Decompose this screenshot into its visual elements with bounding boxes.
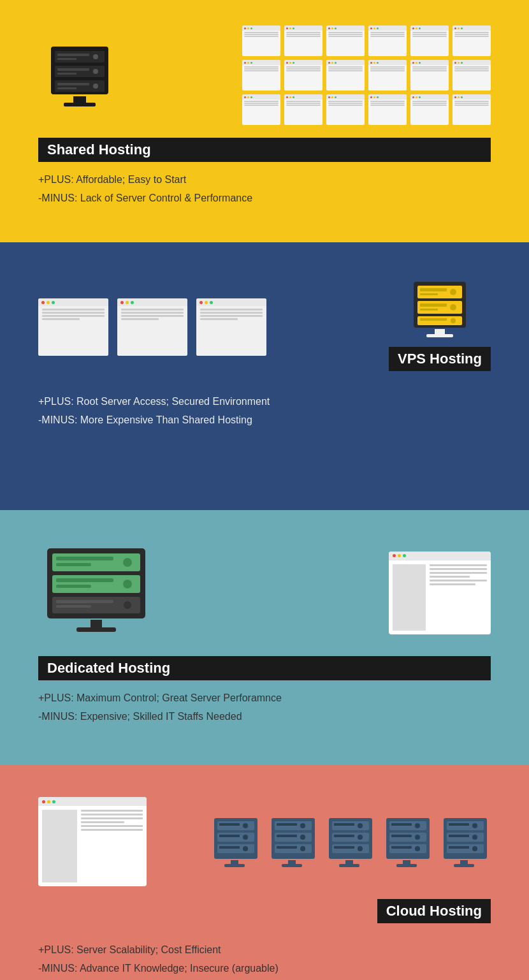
svg-rect-55	[219, 846, 240, 849]
svg-rect-16	[426, 334, 453, 337]
shared-server-icon	[38, 34, 121, 117]
dedicated-minus-text: -MINUS: Expensive; Skilled IT Staffs Nee…	[38, 708, 491, 726]
svg-point-96	[472, 823, 477, 828]
svg-rect-29	[91, 620, 102, 629]
vps-browser-group	[38, 298, 266, 356]
browser-window	[368, 94, 407, 125]
browser-window	[410, 60, 449, 91]
vps-server-icon: VPS Hosting	[389, 274, 491, 380]
dedicated-browser-window	[389, 552, 491, 634]
svg-point-33	[123, 558, 132, 567]
vps-plus-text: +PLUS: Root Server Access; Secured Envir…	[38, 393, 491, 411]
svg-point-4	[93, 54, 98, 59]
svg-point-19	[450, 289, 456, 295]
cloud-browser-window	[38, 797, 147, 886]
svg-rect-25	[420, 309, 438, 311]
svg-rect-73	[334, 823, 354, 826]
cloud-server-icon	[382, 813, 433, 870]
svg-rect-21	[420, 293, 438, 295]
svg-rect-30	[76, 627, 116, 632]
svg-point-99	[472, 835, 477, 840]
browser-window	[284, 94, 322, 125]
svg-point-8	[93, 69, 98, 74]
svg-rect-76	[334, 835, 354, 837]
vps-hosting-label: VPS Hosting	[389, 347, 491, 371]
svg-point-84	[415, 823, 420, 828]
svg-rect-49	[219, 823, 240, 826]
svg-point-90	[415, 846, 420, 851]
browser-window	[326, 26, 365, 56]
browser-window	[242, 94, 280, 125]
svg-rect-6	[57, 58, 76, 60]
svg-point-37	[123, 580, 132, 589]
svg-rect-14	[57, 87, 76, 89]
vps-hosting-section: VPS Hosting +PLUS: Root Server Access; S…	[0, 242, 529, 510]
svg-rect-79	[334, 846, 354, 849]
svg-rect-1	[64, 103, 96, 106]
svg-point-60	[300, 823, 305, 828]
browser-window	[453, 60, 491, 91]
browser-window	[326, 60, 365, 91]
browser-window	[242, 60, 280, 91]
svg-point-51	[243, 835, 248, 840]
cloud-server-icon	[210, 813, 261, 870]
svg-rect-42	[56, 600, 113, 603]
browser-window-large	[196, 298, 266, 356]
svg-point-23	[450, 304, 456, 311]
shared-minus-text: -MINUS: Lack of Server Control & Perform…	[38, 189, 491, 208]
dedicated-plus-text: +PLUS: Maximum Control; Great Server Per…	[38, 689, 491, 708]
dedicated-hosting-label: Dedicated Hosting	[38, 656, 491, 680]
svg-rect-64	[277, 835, 297, 837]
svg-rect-24	[420, 304, 447, 307]
svg-rect-91	[391, 846, 412, 849]
cloud-hosting-section: Cloud Hosting +PLUS: Server Scalability;…	[0, 765, 529, 980]
cloud-server-icon	[440, 813, 491, 870]
svg-rect-45	[224, 864, 245, 867]
svg-rect-67	[277, 846, 297, 849]
svg-rect-61	[277, 823, 297, 826]
cloud-minus-text: -MINUS: Advance IT Knowledge; Insecure (…	[38, 960, 491, 978]
svg-rect-100	[449, 835, 469, 837]
browser-window	[326, 94, 365, 125]
browser-window	[410, 26, 449, 56]
browser-window-large	[117, 298, 187, 356]
svg-rect-69	[339, 864, 359, 867]
svg-point-41	[124, 601, 131, 609]
svg-rect-38	[56, 578, 113, 582]
shared-hosting-section: Shared Hosting +PLUS: Affordable; Easy t…	[0, 0, 529, 242]
cloud-server-icon	[325, 813, 376, 870]
cloud-plus-text: +PLUS: Server Scalability; Cost Efficien…	[38, 941, 491, 960]
shared-hosting-label: Shared Hosting	[38, 138, 491, 162]
svg-rect-52	[219, 835, 240, 837]
shared-plus-text: +PLUS: Affordable; Easy to Start	[38, 171, 491, 189]
svg-rect-57	[282, 864, 302, 867]
shared-content-row	[38, 26, 491, 125]
vps-content-row: VPS Hosting	[38, 274, 491, 380]
svg-rect-97	[449, 823, 469, 826]
svg-point-102	[472, 846, 477, 851]
svg-point-72	[358, 823, 363, 828]
svg-rect-5	[57, 54, 89, 56]
svg-rect-93	[454, 864, 474, 867]
cloud-content-row	[38, 797, 491, 886]
svg-rect-81	[396, 864, 417, 867]
svg-rect-39	[56, 585, 91, 588]
svg-rect-85	[391, 823, 412, 826]
browser-window	[368, 60, 407, 91]
browser-window-large	[38, 298, 108, 356]
dedicated-hosting-section: Dedicated Hosting +PLUS: Maximum Control…	[0, 510, 529, 765]
svg-rect-10	[57, 73, 76, 75]
svg-point-12	[93, 84, 98, 89]
cloud-hosting-label: Cloud Hosting	[377, 899, 491, 923]
svg-rect-20	[420, 288, 447, 291]
svg-rect-34	[56, 557, 113, 560]
browser-window	[410, 94, 449, 125]
svg-rect-9	[57, 68, 89, 71]
svg-rect-13	[57, 83, 89, 85]
svg-point-54	[243, 846, 248, 851]
svg-point-87	[415, 835, 420, 840]
cloud-server-icon	[268, 813, 319, 870]
browser-window	[453, 94, 491, 125]
svg-point-48	[243, 823, 248, 828]
cloud-servers-group	[210, 813, 491, 870]
